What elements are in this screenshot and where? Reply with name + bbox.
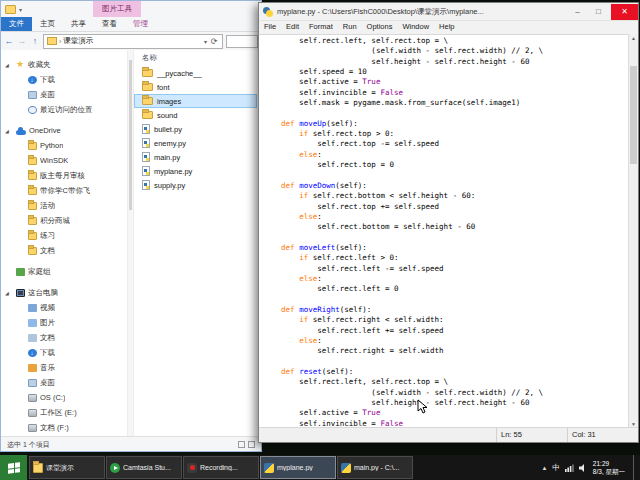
idle-titlebar[interactable]: myplane.py - C:\Users\FishC000\Desktop\课… xyxy=(259,3,638,21)
file-row[interactable]: images xyxy=(134,94,257,108)
menu-format[interactable]: Format xyxy=(304,21,338,34)
menu-help[interactable]: Help xyxy=(434,21,459,34)
file-row[interactable]: bullet.py xyxy=(134,122,257,136)
maximize-button[interactable]: □ xyxy=(590,4,607,20)
sidebar-item[interactable]: 练习 xyxy=(1,228,127,243)
breadcrumb-current-folder[interactable]: 课堂演示 xyxy=(63,36,93,46)
window-title: myplane.py - C:\Users\FishC000\Desktop\课… xyxy=(277,7,565,17)
taskbar-clock[interactable]: 21:29 8/3, 星期一 xyxy=(593,460,625,476)
taskbar-item[interactable]: 课堂演示 xyxy=(29,456,105,479)
ribbon-tab[interactable]: 文件 xyxy=(1,17,32,31)
sidebar-item[interactable]: ◢这台电脑 xyxy=(1,285,127,300)
file-row[interactable]: main.py xyxy=(134,150,257,164)
file-row[interactable]: supply.py xyxy=(134,178,257,192)
sidebar-item[interactable]: WinSDK xyxy=(1,153,127,168)
taskbar-item[interactable]: Camtasia Stu... xyxy=(106,456,182,479)
code-editor[interactable]: self.rect.left, self.rect.top = \ (self.… xyxy=(259,34,628,428)
explorer-app-icon xyxy=(5,5,16,14)
quick-access-customize-icon[interactable]: ▾ xyxy=(19,6,22,13)
address-dropdown-icon[interactable]: ▾ xyxy=(204,38,207,45)
scrollbar-thumb[interactable] xyxy=(630,66,637,164)
sidebar-item[interactable]: ◢收藏夹 xyxy=(1,57,127,72)
code-line: def moveDown(self): xyxy=(263,181,628,191)
homegroup-icon xyxy=(16,268,25,276)
sidebar-item[interactable]: 音乐 xyxy=(1,360,127,375)
taskbar-item[interactable]: main.py - C:\... xyxy=(337,456,413,479)
sidebar-item[interactable]: 版主每月审核 xyxy=(1,168,127,183)
ribbon-tab[interactable]: 共享 xyxy=(63,17,94,31)
sidebar-item[interactable]: 家庭组 xyxy=(1,264,127,279)
volume-icon[interactable] xyxy=(579,464,588,472)
file-name: supply.py xyxy=(154,181,185,190)
menu-file[interactable]: File xyxy=(259,21,281,34)
code-line xyxy=(263,233,628,243)
sidebar-item[interactable]: ◢OneDrive xyxy=(1,123,127,138)
refresh-icon[interactable]: ⟳ xyxy=(209,37,219,46)
sidebar-item[interactable]: 最近访问的位置 xyxy=(1,102,127,117)
up-button[interactable]: ↑ xyxy=(30,36,40,46)
sidebar-item[interactable]: 文档 (F:) xyxy=(1,420,127,435)
address-bar[interactable]: › 课堂演示 ▾ ⟳ xyxy=(43,34,223,49)
start-button[interactable] xyxy=(0,455,27,480)
sidebar-item[interactable]: 图片 xyxy=(1,315,127,330)
nav-scrollbar[interactable] xyxy=(127,50,134,437)
sidebar-item[interactable]: 带你学C带你飞 xyxy=(1,183,127,198)
sidebar-item[interactable]: 桌面 xyxy=(1,375,127,390)
menu-edit[interactable]: Edit xyxy=(281,21,304,34)
ribbon-tab[interactable]: 查看 xyxy=(94,17,125,31)
scroll-up-icon[interactable]: ▲ xyxy=(629,34,638,42)
sidebar-item[interactable]: 文档 xyxy=(1,243,127,258)
folder-icon xyxy=(28,157,37,165)
expander-icon[interactable]: ◢ xyxy=(5,62,13,68)
ime-indicator[interactable]: 中 xyxy=(552,463,560,473)
sidebar-item[interactable]: 活动 xyxy=(1,198,127,213)
sidebar-item[interactable]: 桌面 xyxy=(1,87,127,102)
sidebar-item[interactable]: 积分商城 xyxy=(1,213,127,228)
taskbar-item[interactable]: myplane.py xyxy=(260,456,336,479)
code-line: self.rect.top = 0 xyxy=(263,160,628,170)
expander-icon[interactable]: ◢ xyxy=(5,128,13,134)
tray-expand-icon[interactable]: ▲ xyxy=(541,465,547,471)
sidebar-item[interactable]: 视频 xyxy=(1,300,127,315)
file-row[interactable]: __pycache__ xyxy=(134,66,257,80)
sidebar-item-label: 下载 xyxy=(40,348,55,358)
sidebar-item-label: 最近访问的位置 xyxy=(40,105,93,115)
code-line: def moveRight(self): xyxy=(263,305,628,315)
sidebar-item[interactable]: 下载 xyxy=(1,345,127,360)
file-row[interactable]: sound xyxy=(134,108,257,122)
cloud-icon xyxy=(16,130,26,135)
search-box[interactable] xyxy=(226,35,258,48)
expander-icon[interactable]: ◢ xyxy=(5,290,13,296)
ribbon-tab[interactable]: 主页 xyxy=(32,17,63,31)
column-header-name[interactable]: 名称 xyxy=(142,53,157,62)
menu-window[interactable]: Window xyxy=(397,21,434,34)
minimize-button[interactable]: – xyxy=(569,4,586,20)
file-list: __pycache__fontimagessoundbullet.pyenemy… xyxy=(134,66,261,192)
file-row[interactable]: font xyxy=(134,80,257,94)
explorer-statusbar: 选中 1 个项目 xyxy=(1,436,261,451)
folder-icon xyxy=(28,142,37,150)
menu-options[interactable]: Options xyxy=(362,21,398,34)
network-icon[interactable] xyxy=(565,464,574,472)
sidebar-item[interactable]: Python xyxy=(1,138,127,153)
forward-button[interactable]: → xyxy=(17,36,27,46)
close-button[interactable]: ✕ xyxy=(611,4,638,20)
file-row[interactable]: myplane.py xyxy=(134,164,257,178)
code-line: if self.rect.right < self.width: xyxy=(263,315,628,325)
sidebar-item[interactable]: OS (C:) xyxy=(1,390,127,405)
editor-scrollbar[interactable]: ▲ ▼ xyxy=(628,34,638,428)
ribbon-tab[interactable]: 管理 xyxy=(125,17,156,31)
menu-run[interactable]: Run xyxy=(338,21,362,34)
back-button[interactable]: ← xyxy=(4,36,14,46)
show-desktop-button[interactable] xyxy=(633,455,638,480)
details-view-icon[interactable] xyxy=(238,441,245,448)
thumbnails-view-icon[interactable] xyxy=(248,441,255,448)
sidebar-item[interactable]: 文档 xyxy=(1,330,127,345)
taskbar-item[interactable]: Recording... xyxy=(183,456,259,479)
sidebar-item[interactable]: 下载 xyxy=(1,72,127,87)
explorer-titlebar[interactable]: ▾ 图片工具 xyxy=(1,1,261,17)
code-line: self.speed = 10 xyxy=(263,67,628,77)
file-row[interactable]: enemy.py xyxy=(134,136,257,150)
nav-scrollbar-thumb[interactable] xyxy=(129,60,132,210)
sidebar-item[interactable]: 工作区 (E:) xyxy=(1,405,127,420)
